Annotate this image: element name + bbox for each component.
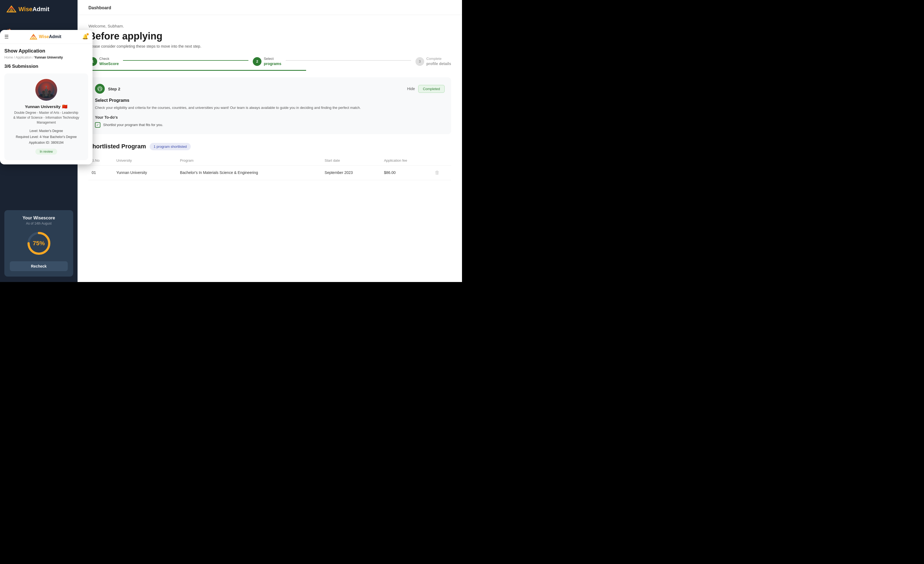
mobile-content: Show Application Home / Application / Yu… [0,44,93,164]
cell-university: Yunnan University [113,165,177,180]
col-university: University [113,156,177,165]
table-body: 01 Yunnan University Bachelor's In Mater… [88,165,451,180]
todo-item: ✓ Shortlist your program that fits for y… [95,122,445,128]
page-title: Dashboard [88,6,451,11]
show-application-title: Show Application [4,48,88,54]
mobile-header: ☰ WiseAdmit 🔔 [0,30,93,44]
wisescore-donut: 75% [25,230,52,257]
cell-application-fee: $86.00 [381,165,432,180]
mobile-logo: WiseAdmit [30,34,62,40]
col-program: Program [177,156,322,165]
cell-sno: 01 [88,165,113,180]
select-programs-title: Select Programs [95,98,445,103]
university-program: Double Degree - Master of Arts - Leaders… [10,110,83,125]
svg-point-12 [48,90,51,93]
step2-icon [95,84,105,94]
before-applying-subtitle: Please consider completing these steps t… [88,44,451,48]
hamburger-icon[interactable]: ☰ [4,34,9,40]
col-actions [432,156,451,165]
main-header: Dashboard [78,0,462,15]
step-connector-2 [286,60,411,61]
welcome-text: Welcome, Subham. [88,24,451,28]
todo-item-text: Shortlist your program that fits for you… [103,123,163,127]
svg-rect-11 [45,92,48,96]
step-3-circle: 3 [416,57,424,66]
table-row: 01 Yunnan University Bachelor's In Mater… [88,165,451,180]
step-3-label: Complete profile details [426,57,451,66]
delete-row-icon[interactable]: 🗑 [435,170,440,175]
uni-flag: 🇨🇳 [62,104,68,109]
wisescore-card: Your Wisescore As of 14th August 75% Rec… [4,210,73,277]
svg-point-15 [45,86,47,87]
hide-button[interactable]: Hide [407,87,415,91]
step-card-actions: Hide Completed [407,85,445,93]
step-card-header: Step 2 Hide Completed [95,84,445,94]
submission-count: 3/6 Submission [4,64,88,69]
select-programs-desc: Check your eligibility and criteria for … [95,105,445,111]
before-applying-title: Before applying [88,30,451,42]
svg-rect-17 [99,89,99,90]
wisescore-title: Your Wisescore [10,216,68,221]
progress-line [88,70,306,71]
svg-rect-9 [42,93,45,97]
university-avatar [35,79,57,101]
shortlisted-table: S.No University Program Start date Appli… [88,156,451,180]
avatar-image [38,82,54,98]
sidebar-logo: WiseAdmit [0,0,78,18]
shortlisted-section: Shortlisted Program 1 program shortliste… [88,143,451,180]
main-content: Dashboard Welcome, Subham. Before applyi… [78,0,462,282]
mobile-overlay: ☰ WiseAdmit 🔔 Show Application Home / Ap… [0,30,93,164]
sidebar: WiseAdmit 🏠 Dashboard 👤 My Profile 📄 Doc… [0,0,78,282]
todo-checkbox[interactable]: ✓ [95,122,100,128]
step2-svg-icon [97,86,103,92]
cell-delete[interactable]: 🗑 [432,165,451,180]
svg-rect-13 [48,93,51,97]
todo-title: Your To-do's [95,115,445,119]
cell-program: Bachelor's In Materials Science & Engine… [177,165,322,180]
steps-progress: 1 Check WiseScore 2 Select programs [88,57,451,66]
main-body: Welcome, Subham. Before applying Please … [78,15,462,282]
shortlisted-header: Shortlisted Program 1 program shortliste… [88,143,451,150]
step2-card: Step 2 Hide Completed Select Programs Ch… [88,77,451,134]
step-2: 2 Select programs [253,57,281,66]
col-application-fee: Application fee [381,156,432,165]
university-details: Level: Master's Degree Required Level: 4… [10,128,83,146]
step-2-circle: 2 [253,57,261,66]
university-card: Yunnan University 🇨🇳 Double Degree - Mas… [4,74,88,160]
university-name: Yunnan University 🇨🇳 [10,104,83,109]
mobile-logo-text: WiseAdmit [39,34,62,39]
shortlisted-badge: 1 program shortlisted [150,143,190,150]
svg-point-16 [98,87,102,91]
step-connector-1 [123,60,248,61]
mobile-logo-icon [30,34,37,40]
wisescore-percent: 75% [33,240,45,247]
cell-start-date: September 2023 [321,165,381,180]
logo-text: WiseAdmit [18,6,49,13]
breadcrumb: Home / Application / Yunnan University [4,56,88,59]
wiseadmit-logo-icon [6,6,16,13]
shortlisted-title: Shortlisted Program [88,143,146,150]
step-card-header-left: Step 2 [95,84,120,94]
step2-title: Step 2 [108,87,120,91]
col-start-date: Start date [321,156,381,165]
wisescore-date: As of 14th August [10,221,68,226]
completed-badge: Completed [418,85,445,93]
svg-point-8 [42,91,45,93]
recheck-button[interactable]: Recheck [10,261,68,271]
step-3: 3 Complete profile details [416,57,451,66]
step-1: 1 Check WiseScore [88,57,118,66]
svg-rect-18 [100,89,102,90]
status-badge: In review [35,149,57,155]
step-1-label: Check WiseScore [99,57,118,66]
bell-icon[interactable]: 🔔 [82,34,88,40]
step-2-label: Select programs [264,57,281,66]
table-header: S.No University Program Start date Appli… [88,156,451,165]
